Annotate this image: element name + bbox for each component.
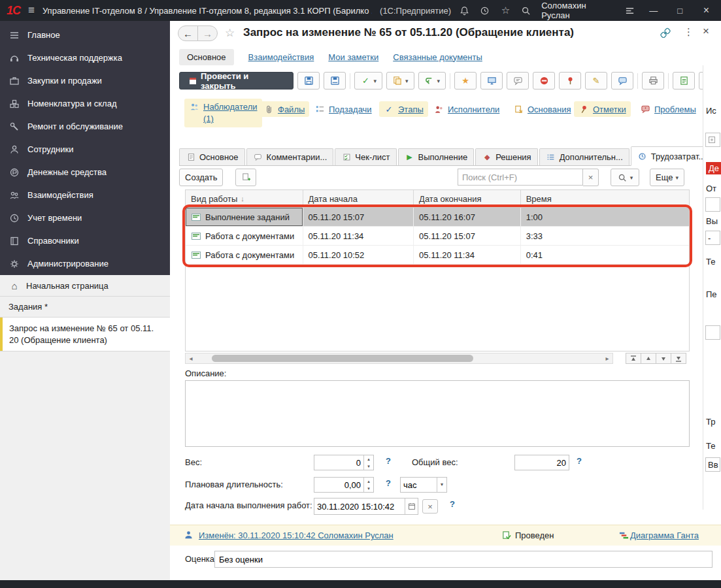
home-page-item[interactable]: ⌂ Начальная страница: [0, 275, 170, 297]
create-copy-button[interactable]: [235, 169, 256, 186]
current-user[interactable]: Соломахин Руслан: [541, 1, 614, 20]
modified-link[interactable]: Изменён: 30.11.2020 15:10:42 Соломахин Р…: [199, 531, 394, 540]
calendar-button[interactable]: [405, 498, 418, 514]
planned-duration-help-icon[interactable]: ?: [386, 478, 391, 488]
scroll-right-icon[interactable]: ▸: [602, 355, 612, 362]
table-row[interactable]: Работа с документами 05.11.20 11:34 05.1…: [186, 227, 689, 246]
change-state-dropdown-button[interactable]: ▾: [418, 72, 446, 90]
total-weight-field[interactable]: [514, 455, 569, 470]
total-weight-input[interactable]: [515, 455, 569, 470]
open-window-current[interactable]: Запрос на изменение № 65 от 05.11. 20 (О…: [0, 318, 170, 351]
table-row[interactable]: Работа с документами 05.11.20 10:52 05.1…: [186, 246, 689, 265]
description-textarea[interactable]: [185, 380, 690, 447]
knowledge-base-button[interactable]: [673, 72, 695, 90]
unit-select[interactable]: ▾: [400, 477, 447, 493]
history-icon[interactable]: [480, 5, 491, 16]
more-actions-kebab-icon[interactable]: ⋮: [684, 26, 694, 38]
weight-help-icon[interactable]: ?: [386, 456, 391, 466]
search-settings-dropdown[interactable]: ▾: [611, 169, 639, 186]
nav-back-button[interactable]: ←: [178, 25, 198, 41]
approve-dropdown-button[interactable]: ✓ ▾: [354, 72, 382, 90]
go-up-button[interactable]: [641, 353, 656, 364]
discussion-button[interactable]: [611, 72, 633, 90]
planned-duration-input[interactable]: [314, 478, 363, 492]
column-header-time[interactable]: Время: [521, 190, 689, 207]
search-input[interactable]: [458, 169, 583, 186]
start-date-clear-button[interactable]: ×: [422, 499, 438, 514]
close-window-button[interactable]: ×: [698, 5, 714, 16]
column-header-start[interactable]: Дата начала: [303, 190, 414, 207]
sidebar-item-support[interactable]: Техническая поддержка: [0, 46, 170, 69]
save-and-close-button[interactable]: [324, 72, 346, 90]
tab-interactions[interactable]: Взаимодействия: [248, 52, 314, 62]
unit-dropdown-icon[interactable]: ▾: [437, 478, 446, 492]
search-clear-button[interactable]: ×: [583, 169, 599, 186]
grounds-link[interactable]: Основания: [509, 101, 576, 117]
go-last-button[interactable]: [671, 353, 686, 364]
close-form-icon[interactable]: ×: [703, 25, 709, 38]
rating-input[interactable]: [214, 551, 713, 568]
column-header-end[interactable]: Дата окончания: [414, 190, 521, 207]
start-date-input[interactable]: [314, 498, 405, 514]
detail-tab-comments[interactable]: Комментарии...: [246, 148, 334, 165]
pin-button[interactable]: [559, 72, 581, 90]
weight-field[interactable]: ▴▾: [314, 455, 374, 470]
stages-link[interactable]: ✓ Этапы: [379, 101, 428, 117]
sidebar-item-references[interactable]: Справочники: [0, 229, 170, 252]
start-date-help-icon[interactable]: ?: [450, 499, 455, 509]
panel-input-fragment[interactable]: Вв: [705, 457, 720, 472]
sidebar-item-timekeeping[interactable]: Учет времени: [0, 206, 170, 229]
minimize-button[interactable]: —: [645, 6, 662, 16]
scrollbar-thumb[interactable]: [212, 355, 473, 362]
tab-my-notes[interactable]: Мои заметки: [328, 52, 378, 62]
sidebar-item-employees[interactable]: Сотрудники: [0, 138, 170, 161]
favorite-toggle-icon[interactable]: ☆: [225, 26, 235, 40]
detail-tab-additional[interactable]: Дополнительн...: [539, 148, 629, 165]
add-favorite-button[interactable]: ★: [454, 72, 477, 90]
planned-duration-spinner[interactable]: ▴▾: [363, 478, 373, 492]
sidebar-item-interactions[interactable]: Взаимодействия: [0, 184, 170, 206]
more-button[interactable]: Еще ▾: [650, 169, 684, 186]
horizontal-scrollbar[interactable]: ◂ ▸: [185, 353, 613, 364]
total-weight-help-icon[interactable]: ?: [577, 456, 582, 466]
detail-tab-main[interactable]: Основное: [179, 148, 245, 165]
weight-spinner[interactable]: ▴▾: [363, 455, 373, 470]
files-link[interactable]: Файлы: [259, 101, 309, 117]
remote-screen-button[interactable]: [480, 72, 503, 90]
save-button[interactable]: [297, 72, 320, 90]
executors-link[interactable]: Исполнители: [429, 101, 504, 117]
maximize-button[interactable]: □: [671, 6, 688, 16]
get-link-icon[interactable]: [660, 27, 671, 38]
main-menu-icon[interactable]: ≡: [28, 4, 35, 17]
sidebar-item-main[interactable]: Главное: [0, 24, 170, 46]
unit-value[interactable]: [401, 478, 437, 492]
open-window-tasks[interactable]: Задания *: [0, 297, 170, 318]
global-search-icon[interactable]: [521, 5, 532, 16]
note-button[interactable]: [507, 72, 529, 90]
detail-tab-checklist[interactable]: Чек-лист: [335, 148, 396, 165]
detail-tab-execution[interactable]: ▶ Выполнение: [398, 148, 475, 165]
detail-tab-solutions[interactable]: ◆ Решения: [475, 148, 537, 165]
panel-settings-icon[interactable]: [625, 5, 636, 16]
tab-related-documents[interactable]: Связанные документы: [393, 52, 482, 62]
edit-button[interactable]: ✎: [585, 72, 607, 90]
sidebar-item-administration[interactable]: Администрирование: [0, 252, 170, 275]
gantt-link[interactable]: Диаграмма Ганта: [630, 531, 699, 540]
scroll-left-icon[interactable]: ◂: [186, 355, 196, 362]
panel-input-fragment[interactable]: [705, 197, 720, 212]
watchers-link[interactable]: Наблюдатели (1): [184, 99, 262, 127]
panel-input-fragment[interactable]: -: [705, 231, 720, 245]
panel-button-fragment[interactable]: [705, 133, 720, 147]
planned-duration-field[interactable]: ▴▾: [314, 477, 374, 493]
forbid-button[interactable]: [533, 72, 555, 90]
start-date-field[interactable]: [314, 498, 418, 515]
table-row[interactable]: Выполнение заданий 05.11.20 15:07 05.11.…: [186, 208, 689, 227]
sidebar-item-stock[interactable]: Номенклатура и склад: [0, 92, 170, 115]
detail-tab-labor-costs[interactable]: Трудозатрат...: [631, 146, 712, 166]
create-based-on-dropdown-button[interactable]: ▾: [386, 72, 414, 90]
tab-main[interactable]: Основное: [179, 49, 234, 65]
weight-input[interactable]: [314, 455, 363, 470]
go-down-button[interactable]: [656, 353, 671, 364]
problems-link[interactable]: Проблемы: [635, 101, 701, 117]
create-button[interactable]: Создать: [179, 169, 223, 186]
